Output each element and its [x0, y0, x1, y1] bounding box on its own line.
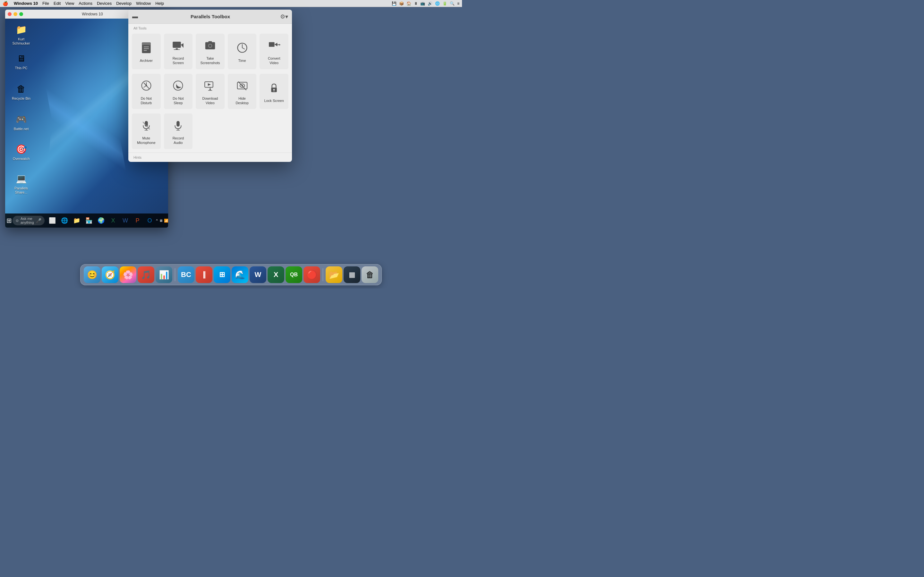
time-icon: [234, 40, 250, 56]
tray-network[interactable]: 📶: [164, 219, 168, 223]
desktop-icon-recycle-bin[interactable]: 🗑 Recycle Bin: [8, 81, 34, 102]
convert-video-icon: [266, 37, 282, 53]
taskbar-edge[interactable]: 🌐: [59, 215, 70, 226]
svg-rect-2: [144, 47, 149, 47]
dock-item-bootcamp[interactable]: BC: [178, 266, 194, 283]
svg-marker-27: [208, 83, 211, 85]
menu-help[interactable]: Help: [155, 1, 164, 6]
menu-view[interactable]: View: [65, 1, 74, 6]
dock-item-parallels[interactable]: ∥: [196, 266, 212, 283]
dock-item-edge[interactable]: 🌊: [232, 266, 248, 283]
menu-actions[interactable]: Actions: [79, 1, 92, 6]
dock-item-windows[interactable]: ⊞: [214, 266, 230, 283]
download-video-icon: [202, 77, 218, 93]
taskbar-ie[interactable]: 🌍: [95, 215, 107, 226]
input-icon[interactable]: 🌐: [435, 1, 440, 6]
win-close-button[interactable]: [8, 12, 11, 16]
spaces-icon: ▦: [349, 271, 355, 279]
parallels-toolbox: ▬ Parallels Toolbox ⚙▾ All Tools Archive…: [128, 10, 292, 162]
dock-item-quickbooks[interactable]: QB: [286, 266, 302, 283]
pt-tool-archiver[interactable]: Archiver: [132, 34, 161, 69]
hdd-icon[interactable]: 💾: [392, 1, 397, 6]
taskbar-search[interactable]: ⊙ Ask me anything 🎤: [13, 216, 45, 226]
kurt-label: KurtSchmucker: [12, 37, 30, 45]
desktop-icon-battle-net[interactable]: 🎮 Battle.net: [8, 111, 34, 132]
svg-rect-3: [144, 48, 149, 49]
svg-rect-12: [208, 41, 212, 43]
win-maximize-button[interactable]: [19, 12, 23, 16]
record-screen-label: RecordScreen: [173, 56, 184, 65]
dock-item-music[interactable]: 🎵: [137, 266, 154, 283]
notification-icon[interactable]: ≡: [457, 1, 459, 6]
pt-folder-icon[interactable]: ▬: [132, 13, 138, 20]
dock-item-finder[interactable]: 😊: [84, 266, 100, 283]
pt-tool-take-screenshots[interactable]: TakeScreenshots: [196, 34, 225, 69]
hide-desktop-icon: [234, 77, 250, 93]
menu-edit[interactable]: Edit: [53, 1, 61, 6]
pt-tool-do-not-sleep[interactable]: Do NotSleep: [164, 74, 193, 109]
pt-tool-hide-desktop[interactable]: HideDesktop: [228, 74, 257, 109]
menu-file[interactable]: File: [42, 1, 49, 6]
battery-icon[interactable]: 🔋: [443, 1, 447, 6]
dock-item-red-app[interactable]: 🔴: [304, 266, 320, 283]
dock-item-keynote[interactable]: 📊: [156, 266, 172, 283]
taskbar-powerpoint[interactable]: P: [132, 215, 144, 226]
menu-develop[interactable]: Develop: [116, 1, 132, 6]
desktop-icon-overwatch[interactable]: 🎯 Overwatch: [8, 141, 34, 162]
pt-gear-icon[interactable]: ⚙▾: [280, 13, 288, 20]
pt-tool-convert-video[interactable]: ConvertVideo: [260, 34, 288, 69]
pause-icon[interactable]: ⏸: [414, 1, 418, 6]
dock-item-excel[interactable]: X: [268, 266, 284, 283]
parallels-share-icon: 💻: [15, 172, 27, 185]
pt-tool-record-audio[interactable]: RecordAudio: [164, 113, 193, 149]
pt-tool-do-not-disturb[interactable]: Do NotDisturb: [132, 74, 161, 109]
recycle-bin-label: Recycle Bin: [12, 97, 31, 101]
dock-item-trash[interactable]: 🗑: [362, 266, 378, 283]
pt-tool-record-screen[interactable]: RecordScreen: [164, 34, 193, 69]
desktop-icon-this-pc[interactable]: 🖥 This PC: [8, 51, 34, 71]
apple-menu[interactable]: 🍎: [3, 1, 8, 6]
pt-tools-row3: MuteMicrophone RecordAudio: [128, 111, 292, 153]
taskbar-outlook[interactable]: O: [144, 215, 156, 226]
system-tray: ^ 🖥 📶 🔊 💬 ENG: [156, 219, 168, 223]
record-audio-label: RecordAudio: [173, 136, 184, 145]
taskbar-excel[interactable]: X: [107, 215, 119, 226]
tray-chevron[interactable]: ^: [156, 219, 158, 222]
pt-tool-lock-screen[interactable]: Lock Screen: [260, 74, 288, 109]
home-icon[interactable]: 🏠: [407, 1, 411, 6]
menu-app-name[interactable]: Windows 10: [14, 1, 38, 6]
taskbar-task-view[interactable]: ⬜: [47, 215, 58, 226]
desktop-icon-kurt[interactable]: 📁 KurtSchmucker: [8, 22, 34, 47]
dropbox-icon[interactable]: 📦: [399, 1, 404, 6]
taskbar-explorer[interactable]: 📁: [71, 215, 82, 226]
menu-devices[interactable]: Devices: [97, 1, 111, 6]
taskbar-store[interactable]: 🏪: [83, 215, 95, 226]
dock-item-files[interactable]: 📂: [326, 266, 342, 283]
search-icon[interactable]: 🔍: [450, 1, 455, 6]
pt-tool-download-video[interactable]: DownloadVideo: [196, 74, 225, 109]
taskbar-search-text: Ask me anything: [21, 217, 34, 224]
dock-item-photos[interactable]: 🌸: [120, 266, 136, 283]
dock-item-safari[interactable]: 🧭: [102, 266, 118, 283]
record-audio-icon: [170, 117, 186, 133]
mac-menubar: 🍎 Windows 10 File Edit View Actions Devi…: [0, 0, 462, 7]
pt-tool-time[interactable]: Time: [228, 34, 257, 69]
volume-icon[interactable]: 🔊: [428, 1, 433, 6]
airplay-icon[interactable]: 📺: [420, 1, 425, 6]
pt-tool-mute-microphone[interactable]: MuteMicrophone: [132, 113, 161, 149]
taskbar-start-button[interactable]: ⊞: [6, 214, 12, 227]
dock-item-spaces[interactable]: ▦: [344, 266, 360, 283]
convert-video-label: ConvertVideo: [268, 56, 280, 65]
tray-monitor[interactable]: 🖥: [159, 219, 163, 222]
archiver-label: Archiver: [140, 58, 153, 63]
dock-item-word[interactable]: W: [250, 266, 266, 283]
taskbar-right: ^ 🖥 📶 🔊 💬 ENG 9:15 AM 7/29/2016 ▲: [156, 214, 168, 227]
files-icon: 📂: [329, 270, 339, 280]
parallels-icon: ∥: [202, 271, 206, 279]
taskbar-word[interactable]: W: [120, 215, 131, 226]
menu-window[interactable]: Window: [136, 1, 151, 6]
win-minimize-button[interactable]: [13, 12, 17, 16]
dock-separator-1: [175, 268, 175, 281]
overwatch-icon: 🎯: [15, 143, 27, 155]
desktop-icon-parallels-share[interactable]: 💻 ParallelsShare...: [8, 171, 34, 196]
